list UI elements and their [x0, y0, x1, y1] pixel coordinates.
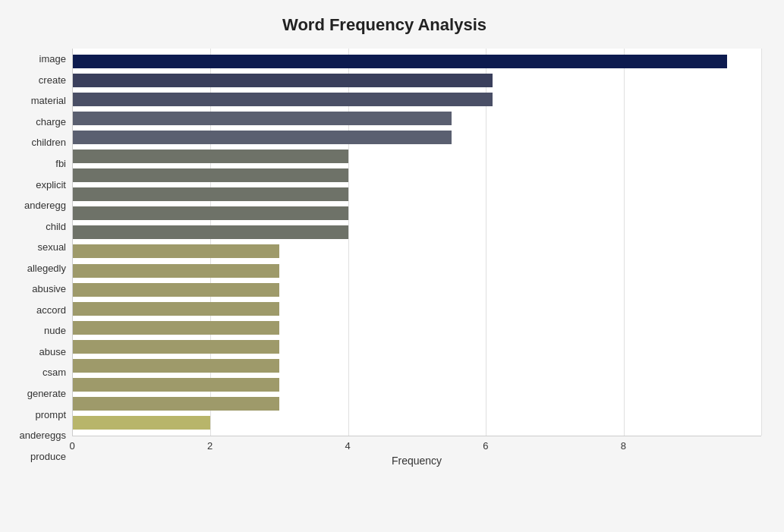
bar — [73, 131, 452, 144]
bar-row — [73, 127, 761, 146]
bar-row — [73, 357, 761, 376]
bar — [73, 74, 493, 87]
y-label: material — [31, 96, 66, 105]
chart-container: Word Frequency Analysis imagecreatemater… — [0, 0, 784, 532]
y-label: anderegg — [24, 200, 66, 210]
y-label: image — [39, 54, 66, 64]
y-label: create — [39, 75, 66, 85]
chart-title: Word Frequency Analysis — [8, 15, 761, 35]
bar-row — [73, 52, 761, 71]
bar — [73, 359, 279, 373]
y-label: csam — [43, 367, 66, 377]
bar-row — [73, 261, 761, 280]
bar-row — [73, 242, 761, 261]
bar-row — [73, 376, 761, 395]
x-axis-label: Frequency — [72, 455, 761, 467]
bar — [73, 244, 279, 258]
bars-area — [72, 49, 761, 436]
bar-row — [73, 395, 761, 414]
y-label: fbi — [55, 159, 66, 168]
y-label: nude — [44, 326, 66, 335]
grid-line — [761, 49, 762, 436]
y-label: sexual — [37, 242, 66, 252]
bar — [73, 416, 210, 430]
bar — [73, 206, 348, 220]
bar — [73, 340, 279, 354]
y-label: child — [46, 222, 66, 231]
bar — [73, 397, 279, 411]
bar-row — [73, 166, 761, 185]
y-label: charge — [36, 117, 66, 127]
bar-row — [73, 299, 761, 318]
x-tick: 4 — [345, 440, 351, 452]
y-label: allegedly — [27, 263, 66, 273]
y-label: produce — [30, 452, 66, 461]
chart-area: imagecreatematerialchargechildrenfbiexpl… — [8, 49, 761, 467]
y-label: generate — [27, 389, 66, 398]
bar-row — [73, 71, 761, 90]
y-label: accord — [36, 305, 66, 315]
x-axis: 02468 — [72, 436, 761, 452]
bar — [73, 283, 279, 297]
x-tick: 8 — [621, 440, 626, 452]
bar-row — [73, 146, 761, 165]
x-tick: 0 — [69, 440, 74, 452]
bar-row — [73, 223, 761, 242]
bar — [73, 168, 348, 182]
bar-row — [73, 337, 761, 356]
y-label: prompt — [36, 410, 66, 420]
bar-row — [73, 204, 761, 223]
x-tick: 6 — [483, 440, 488, 452]
y-label: andereggs — [20, 430, 66, 440]
y-label: children — [31, 137, 66, 147]
y-label: explicit — [36, 180, 66, 190]
bar — [73, 302, 279, 316]
bar-row — [73, 414, 761, 433]
bar-row — [73, 109, 761, 127]
bar — [73, 150, 348, 163]
bar-row — [73, 280, 761, 299]
bar-row — [73, 185, 761, 204]
bars-and-xaxis: 02468 Frequency — [72, 49, 761, 467]
bar — [73, 93, 493, 106]
bars-wrapper — [73, 49, 761, 436]
bar — [73, 112, 452, 125]
bar — [73, 378, 279, 392]
x-tick: 2 — [207, 440, 213, 452]
bar-row — [73, 318, 761, 337]
bar — [73, 187, 348, 201]
bar-row — [73, 90, 761, 109]
y-label: abusive — [32, 284, 66, 294]
bar — [73, 225, 348, 239]
y-labels: imagecreatematerialchargechildrenfbiexpl… — [8, 49, 72, 467]
bar — [73, 55, 727, 68]
bar — [73, 321, 279, 335]
y-label: abuse — [39, 347, 66, 357]
bar — [73, 264, 279, 278]
